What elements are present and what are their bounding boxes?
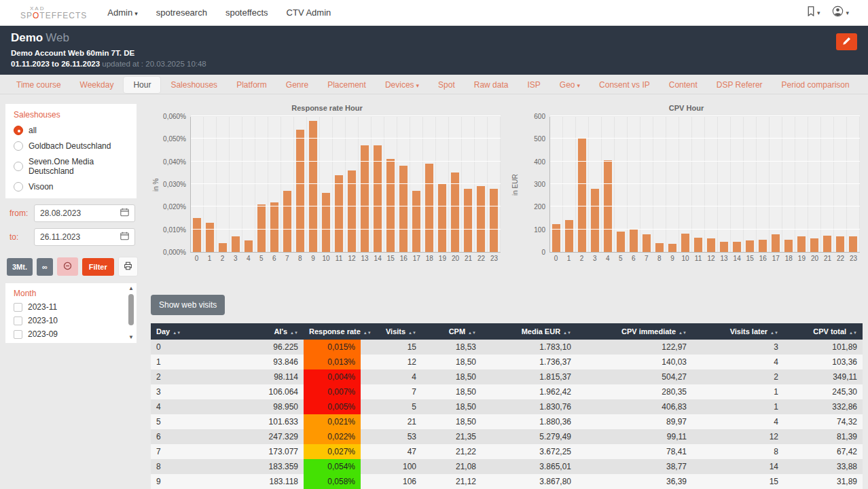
cell-cpv-immediate: 99,11 [577,429,692,444]
sort-icons[interactable]: ▲▼ [563,331,571,335]
cell-cpm: 18,53 [422,340,482,355]
chevron-down-icon: ▾ [577,82,581,89]
x-tick-label: 1 [203,255,216,262]
x-tick-label: 13 [359,255,372,262]
radio-selected[interactable] [14,126,23,135]
x-tick-label: 5 [614,255,627,262]
sort-icons[interactable]: ▲▼ [290,331,298,335]
tab-genre[interactable]: Genre [276,76,318,94]
tab-dsp-referer[interactable]: DSP Referer [707,76,772,94]
show-web-visits-button[interactable]: Show web visits [151,295,225,315]
radio-unselected[interactable] [14,182,23,192]
from-date-row: from: 28.08.2023 [7,204,137,222]
scroll-up-icon[interactable]: ▲ [127,285,135,293]
bar-hour-21 [464,189,472,252]
radio-unselected[interactable] [14,162,23,171]
sort-icons[interactable]: ▲▼ [173,331,181,335]
y-tick-label: 0,030% [163,181,186,188]
cell-visits: 15 [361,340,422,355]
nav-item-spoteffects[interactable]: spoteffects [225,7,268,18]
bookmarks-menu-button[interactable]: ▾ [807,6,820,19]
scrollbar-thumb[interactable] [128,294,134,325]
checkbox[interactable] [14,316,22,325]
filter-button[interactable]: Filter [82,258,114,276]
tab-devices[interactable]: Devices▾ [376,76,429,94]
x-tick-label: 9 [666,255,679,262]
bar-hour-16 [399,166,408,252]
column-header-cpm[interactable]: CPM▲▼ [422,323,482,340]
y-axis-ticks: 0100200300400500600 [520,117,549,253]
x-tick-label: 22 [834,255,847,262]
cell-response-rate: 0,007% [304,384,361,399]
sort-icons[interactable]: ▲▼ [679,331,687,335]
sort-icons[interactable]: ▲▼ [468,331,476,335]
tab-content[interactable]: Content [659,76,707,94]
radio-unselected[interactable] [14,141,23,151]
brand-logo[interactable]: XAD SPOTEFFECTS [20,6,87,20]
x-tick-label: 9 [306,255,319,262]
from-date-input[interactable]: 28.08.2023 [34,204,135,222]
x-tick-label: 21 [821,255,834,262]
x-tick-label: 2 [575,255,588,262]
tab-consent-vs-ip[interactable]: Consent vs IP [590,76,659,94]
tab-export[interactable]: Export▾ [859,76,868,94]
sort-icons[interactable]: ▲▼ [363,331,372,335]
saleshouse-option-seven-one-media-deutschland[interactable]: Seven.One Media Deutschland [14,157,128,176]
cell-visits-later: 4 [692,355,784,369]
tab-saleshouses[interactable]: Saleshouses [161,76,227,94]
checkbox[interactable] [14,303,22,312]
gridline [191,161,501,162]
nav-item-spotresearch[interactable]: spotresearch [156,7,207,18]
bar-slot [589,117,602,252]
column-header-ai-s[interactable]: AI's▲▼ [239,323,304,340]
scroll-down-icon[interactable]: ▼ [127,333,135,342]
tab-geo[interactable]: Geo▾ [550,76,590,94]
saleshouse-option-visoon[interactable]: Visoon [14,182,128,192]
sort-icons[interactable]: ▲▼ [408,331,416,335]
month-scrollbar[interactable]: ▲ ▼ [127,285,135,342]
column-header-media-eur[interactable]: Media EUR▲▼ [482,323,577,340]
column-header-visits-later[interactable]: Visits later▲▼ [692,323,784,340]
to-date-input[interactable]: 26.11.2023 [34,228,135,246]
bar-hour-16 [759,240,767,252]
tab-hour[interactable]: Hour [123,76,161,94]
nav-item-ctv-admin[interactable]: CTV Admin [287,7,331,18]
column-header-cpv-total[interactable]: CPV total▲▼ [784,323,863,340]
tab-spot[interactable]: Spot [429,76,465,94]
tab-platform[interactable]: Platform [227,76,276,94]
tab-period-comparison[interactable]: Period comparison [772,76,859,94]
calendar-icon[interactable] [120,208,129,219]
tab-weekday[interactable]: Weekday [71,76,124,94]
month-option-2023-10[interactable]: 2023-10 [14,316,128,325]
tab-time-course[interactable]: Time course [7,76,71,94]
clear-button[interactable] [57,257,78,276]
month-option-2023-11[interactable]: 2023-11 [14,302,128,312]
bar-slot [242,117,255,252]
edit-button[interactable] [836,33,857,50]
cell-cpm: 21,08 [422,459,482,474]
tab-isp[interactable]: ISP [518,76,549,94]
cell-day: 6 [151,429,239,444]
column-header-day[interactable]: Day▲▼ [151,323,239,340]
infinity-button[interactable]: ∞ [37,258,53,276]
gridline [550,229,860,230]
column-header-response-rate[interactable]: Response rate▲▼ [304,323,361,340]
nav-item-admin[interactable]: Admin▾ [107,7,137,18]
tab-placement[interactable]: Placement [318,76,376,94]
print-button[interactable] [118,257,138,276]
sort-icons[interactable]: ▲▼ [849,331,857,335]
saleshouse-option-all[interactable]: all [14,126,128,135]
three-months-button[interactable]: 3Mt. [7,258,33,276]
tab-raw-data[interactable]: Raw data [465,76,518,94]
bar-slot [281,117,294,252]
user-menu-button[interactable]: ▾ [832,5,849,20]
bar-slot [359,117,372,252]
month-option-2023-09[interactable]: 2023-09 [14,329,128,339]
column-header-cpv-immediate[interactable]: CPV immediate▲▼ [577,323,692,340]
cell-media-eur: 1.962,42 [482,384,577,399]
y-tick-label: 300 [534,181,545,188]
checkbox[interactable] [14,330,22,339]
calendar-icon[interactable] [120,232,129,242]
saleshouse-option-goldbach-deutschland[interactable]: Goldbach Deutschland [14,141,128,151]
sort-icons[interactable]: ▲▼ [770,331,778,335]
